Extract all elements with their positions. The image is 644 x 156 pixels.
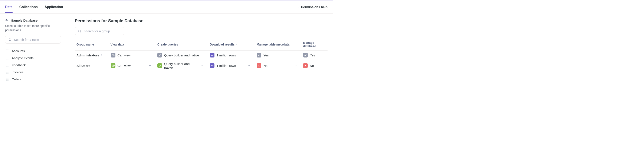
check-icon bbox=[158, 63, 162, 68]
sidebar-item-analytic-events[interactable]: Analytic Events bbox=[5, 54, 61, 61]
manage-database-cell: Yes bbox=[301, 51, 328, 60]
perm-label: 1 million rows bbox=[216, 53, 236, 57]
group-name-cell: All Users bbox=[75, 60, 109, 71]
layout: Sample Database Select a table to set mo… bbox=[0, 14, 333, 87]
chevron-down-icon[interactable] bbox=[248, 64, 253, 67]
page-title: Permissions for Sample Database bbox=[75, 18, 328, 23]
perm-label: Yes bbox=[310, 53, 315, 57]
info-icon: i bbox=[298, 5, 300, 9]
chevron-down-icon[interactable] bbox=[201, 64, 206, 67]
tab-application[interactable]: Application bbox=[44, 1, 63, 13]
header-bar: Data Collections Application i Permissio… bbox=[0, 1, 333, 14]
million-rows-icon: 1M bbox=[210, 53, 214, 57]
group-search-input[interactable] bbox=[84, 29, 121, 33]
grip-icon bbox=[6, 50, 9, 52]
help-label: Permissions help bbox=[301, 5, 328, 9]
grip-icon bbox=[6, 71, 9, 73]
view-data-cell[interactable]: Can view bbox=[109, 60, 156, 71]
tab-data[interactable]: Data bbox=[5, 1, 12, 13]
check-icon bbox=[256, 53, 261, 57]
grip-icon bbox=[6, 78, 9, 81]
svg-point-5 bbox=[113, 55, 114, 56]
table-row: All Users Can view bbox=[75, 60, 328, 71]
view-data-cell: Can view bbox=[109, 51, 156, 60]
grip-icon bbox=[6, 57, 9, 59]
svg-line-4 bbox=[80, 32, 81, 33]
million-rows-icon: 1M bbox=[210, 63, 214, 68]
perm-label: No bbox=[310, 64, 314, 67]
tab-collections[interactable]: Collections bbox=[20, 1, 38, 13]
chevron-down-icon[interactable] bbox=[294, 64, 300, 67]
col-download-label: Download results bbox=[210, 43, 235, 46]
sidebar-item-feedback[interactable]: Feedback bbox=[5, 61, 61, 69]
sidebar-item-invoices[interactable]: Invoices bbox=[5, 69, 61, 76]
perm-label: Can view bbox=[118, 53, 131, 57]
info-icon[interactable]: i bbox=[236, 43, 237, 46]
eye-icon bbox=[111, 63, 116, 68]
group-search[interactable] bbox=[75, 27, 124, 35]
search-icon bbox=[78, 30, 81, 33]
table-list: Accounts Analytic Events Feedback Invoic… bbox=[5, 47, 61, 83]
col-view-data: View data bbox=[109, 39, 156, 51]
create-queries-cell[interactable]: Query builder and native bbox=[156, 60, 208, 71]
sidebar-title: Sample Database bbox=[11, 19, 38, 22]
check-icon bbox=[158, 53, 162, 57]
permissions-help-link[interactable]: i Permissions help bbox=[298, 5, 328, 9]
table-label: Feedback bbox=[12, 63, 26, 67]
table-label: Analytic Events bbox=[12, 56, 34, 60]
x-icon bbox=[303, 63, 308, 68]
search-icon bbox=[8, 38, 12, 41]
check-icon bbox=[303, 53, 308, 57]
sidebar-item-accounts[interactable]: Accounts bbox=[5, 47, 61, 54]
table-search-input[interactable] bbox=[14, 38, 58, 41]
col-create-queries: Create queries bbox=[156, 39, 208, 51]
col-download-results: Download results i bbox=[208, 39, 255, 51]
col-group-name: Group name bbox=[75, 39, 109, 51]
perm-label: Can view bbox=[118, 64, 131, 67]
info-icon[interactable]: i bbox=[101, 53, 102, 57]
manage-metadata-cell[interactable]: No bbox=[255, 60, 301, 71]
eye-icon bbox=[111, 53, 116, 57]
perm-label: Query builder and native bbox=[164, 53, 199, 57]
manage-metadata-cell: Yes bbox=[255, 51, 301, 60]
perm-label: No bbox=[264, 64, 268, 67]
group-name: All Users bbox=[76, 64, 90, 67]
perm-label: Yes bbox=[264, 53, 268, 57]
perm-label: Query builder and native bbox=[164, 62, 199, 69]
permissions-table: Group name View data Create queries Down… bbox=[75, 39, 328, 71]
sidebar-subtitle: Select a table to set more specific perm… bbox=[5, 24, 61, 32]
create-queries-cell: Query builder and native bbox=[156, 51, 208, 60]
main-content: Permissions for Sample Database Group na… bbox=[66, 14, 333, 87]
svg-point-3 bbox=[78, 30, 80, 32]
group-name: Administrators bbox=[76, 53, 99, 57]
table-search[interactable] bbox=[5, 36, 61, 44]
sidebar-item-orders[interactable]: Orders bbox=[5, 76, 61, 83]
manage-database-cell[interactable]: No bbox=[301, 60, 328, 71]
svg-point-1 bbox=[9, 38, 11, 40]
col-manage-database: Manage database bbox=[301, 39, 328, 51]
table-row: Administrators i Can view bbox=[75, 51, 328, 60]
grip-icon bbox=[6, 64, 9, 66]
col-manage-metadata: Manage table metadata bbox=[255, 39, 301, 51]
group-name-cell: Administrators i bbox=[75, 51, 109, 60]
chevron-down-icon[interactable] bbox=[148, 64, 154, 67]
x-icon bbox=[256, 63, 261, 68]
back-arrow-icon[interactable] bbox=[5, 18, 9, 22]
svg-point-6 bbox=[113, 65, 114, 66]
table-label: Accounts bbox=[12, 49, 25, 53]
perm-label: 1 million rows bbox=[216, 64, 236, 67]
svg-line-2 bbox=[11, 40, 11, 41]
download-results-cell[interactable]: 1M 1 million rows bbox=[208, 60, 255, 71]
download-results-cell: 1M 1 million rows bbox=[208, 51, 255, 60]
table-label: Invoices bbox=[12, 70, 24, 74]
main-tabs: Data Collections Application bbox=[5, 1, 63, 13]
sidebar-header: Sample Database bbox=[5, 18, 61, 22]
table-label: Orders bbox=[12, 77, 22, 81]
sidebar: Sample Database Select a table to set mo… bbox=[0, 14, 66, 87]
